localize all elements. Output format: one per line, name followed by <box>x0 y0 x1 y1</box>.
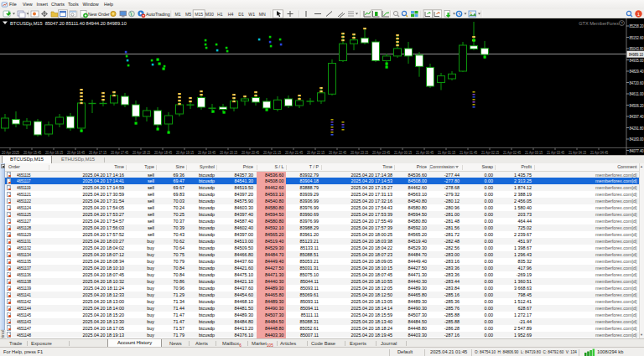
svg-text:20 Apr 23:15: 20 Apr 23:15 <box>351 151 368 155</box>
svg-text:84397.40: 84397.40 <box>630 114 644 119</box>
svg-text:84291.80: 84291.80 <box>630 126 644 131</box>
svg-text:21 Apr 00:45: 21 Apr 00:45 <box>416 151 434 155</box>
svg-text:21 Apr 02:45: 21 Apr 02:45 <box>503 151 521 155</box>
svg-text:20 Apr 19:45: 20 Apr 19:45 <box>198 151 216 155</box>
svg-text:20 Apr 23:45: 20 Apr 23:45 <box>372 151 390 155</box>
svg-text:M5: M5 <box>185 12 191 17</box>
svg-text:GTX MemberForex: GTX MemberForex <box>579 21 619 26</box>
svg-text:AutoTrading: AutoTrading <box>146 12 170 17</box>
svg-text:20 Apr 2025: 20 Apr 2025 <box>2 151 19 155</box>
svg-text:20 Apr 17:15: 20 Apr 17:15 <box>89 151 106 155</box>
svg-text:85043.80: 85043.80 <box>630 46 644 51</box>
svg-text:84989.10: 84989.10 <box>629 52 643 57</box>
svg-text:20 Apr 21:15: 20 Apr 21:15 <box>263 151 281 155</box>
svg-text:20 Apr 17:45: 20 Apr 17:45 <box>111 151 128 155</box>
svg-text:New Order: New Order <box>88 12 110 17</box>
svg-text:20 Apr 18:45: 20 Apr 18:45 <box>154 151 172 155</box>
svg-text:20 Apr 16:45: 20 Apr 16:45 <box>67 151 85 155</box>
svg-text:M1: M1 <box>174 12 180 17</box>
svg-text:20 Apr 19:15: 20 Apr 19:15 <box>176 151 194 155</box>
svg-text:85258.20: 85258.20 <box>630 23 644 28</box>
svg-text:20 Apr 21:45: 20 Apr 21:45 <box>285 151 303 155</box>
svg-text:20 Apr 16:15: 20 Apr 16:15 <box>45 151 63 155</box>
svg-text:H1: H1 <box>217 12 223 17</box>
svg-text:20 Apr 22:45: 20 Apr 22:45 <box>329 151 346 155</box>
svg-text:84611.00: 84611.00 <box>630 91 644 96</box>
svg-text:MN: MN <box>259 12 266 17</box>
svg-text:20 Apr 22:15: 20 Apr 22:15 <box>307 151 325 155</box>
svg-text:21 Apr 01:15: 21 Apr 01:15 <box>438 151 455 155</box>
svg-text:21 Apr 01:45: 21 Apr 01:45 <box>460 151 477 155</box>
svg-text:20 Apr 20:15: 20 Apr 20:15 <box>220 151 237 155</box>
svg-text:21 Apr 03:45: 21 Apr 03:45 <box>547 151 564 155</box>
svg-text:21 Apr 02:15: 21 Apr 02:15 <box>481 151 499 155</box>
svg-text:21 Apr 04:15: 21 Apr 04:15 <box>569 151 586 155</box>
svg-text:M30: M30 <box>205 12 214 17</box>
svg-text:84506.20: 84506.20 <box>630 103 644 108</box>
svg-text:W1: W1 <box>248 12 255 17</box>
svg-text:21 Apr 00:15: 21 Apr 00:15 <box>394 151 412 155</box>
svg-text:84183.00: 84183.00 <box>630 137 644 142</box>
svg-text:H4: H4 <box>228 12 234 17</box>
svg-text:BTCUSDp,M15 85047.20 85111.40: BTCUSDp,M15 85047.20 85111.40 84944.20 8… <box>10 21 127 26</box>
svg-text:84720.60: 84720.60 <box>630 80 644 85</box>
svg-text:85152.60: 85152.60 <box>630 35 644 40</box>
svg-text:M15: M15 <box>195 12 203 17</box>
svg-text:84935.00: 84935.00 <box>630 58 644 63</box>
svg-text:84077.40: 84077.40 <box>630 148 644 153</box>
svg-text:20 Apr 20:45: 20 Apr 20:45 <box>242 151 259 155</box>
svg-text:21 Apr 03:15: 21 Apr 03:15 <box>525 151 543 155</box>
svg-text:20 Apr 15:45: 20 Apr 15:45 <box>23 151 41 155</box>
svg-text:21 Apr 04:45: 21 Apr 04:45 <box>590 151 608 155</box>
svg-text:20 Apr 18:15: 20 Apr 18:15 <box>132 151 150 155</box>
svg-text:D1: D1 <box>238 12 244 17</box>
svg-text:84829.40: 84829.40 <box>630 69 644 74</box>
